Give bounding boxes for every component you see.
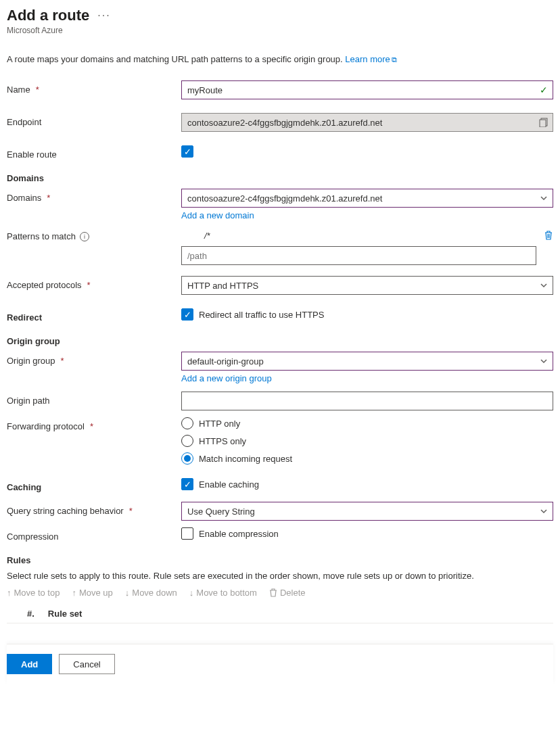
add-origin-link[interactable]: Add a new origin group: [181, 373, 272, 383]
endpoint-label: Endpoint: [7, 113, 181, 127]
rules-desc: Select rule sets to apply to this route.…: [7, 571, 553, 581]
learn-more-link[interactable]: Learn more⧉: [345, 54, 396, 64]
compression-checkbox[interactable]: [181, 527, 193, 540]
arrow-down-icon: ↓: [125, 588, 130, 598]
enable-route-label: Enable route: [7, 145, 181, 160]
protocols-label: Accepted protocols*: [7, 276, 181, 290]
info-icon[interactable]: i: [80, 232, 89, 241]
valid-check-icon: ✓: [540, 85, 548, 95]
redirect-checkbox[interactable]: ✓: [181, 308, 193, 321]
more-icon[interactable]: ···: [97, 9, 110, 22]
origin-group-label: Origin group*: [7, 352, 181, 366]
origin-path-input[interactable]: [181, 392, 553, 410]
rules-heading: Rules: [7, 555, 553, 565]
origin-heading: Origin group: [7, 336, 553, 346]
name-label: Name*: [7, 80, 181, 95]
svg-rect-1: [540, 120, 546, 127]
add-button[interactable]: Add: [7, 654, 52, 674]
name-input[interactable]: [181, 80, 553, 99]
add-domain-link[interactable]: Add a new domain: [181, 210, 254, 220]
trash-icon: [269, 588, 277, 598]
fwd-protocol-label: Forwarding protocol*: [7, 417, 181, 431]
page-subtitle: Microsoft Azure: [7, 26, 553, 35]
redirect-heading: Redirect: [7, 308, 181, 323]
qs-caching-label: Query string caching behavior*: [7, 502, 181, 516]
origin-path-label: Origin path: [7, 392, 181, 406]
endpoint-value: contosoazure2-c4fggsfbgjgmdehk.z01.azure…: [181, 113, 553, 132]
arrow-up-icon: ↑: [72, 588, 76, 598]
rules-table-header: #. Rule set: [7, 605, 553, 623]
origin-group-select[interactable]: [181, 352, 553, 371]
fwd-https-radio[interactable]: HTTPS only: [181, 435, 553, 447]
domains-label: Domains*: [7, 189, 181, 203]
external-link-icon: ⧉: [392, 55, 397, 64]
pattern-input[interactable]: [181, 246, 536, 265]
delete-pattern-icon[interactable]: [544, 230, 553, 241]
compression-cb-label: Enable compression: [199, 529, 279, 539]
intro-body: A route maps your domains and matching U…: [7, 54, 345, 64]
fwd-http-radio[interactable]: HTTP only: [181, 417, 553, 429]
arrow-down-bar-icon: ↓: [189, 588, 194, 598]
arrow-up-bar-icon: ↑: [7, 588, 11, 598]
pattern-value: /*: [204, 231, 210, 241]
fwd-match-radio[interactable]: Match incoming request: [181, 452, 553, 465]
intro-text: A route maps your domains and matching U…: [7, 54, 553, 64]
move-bottom-button[interactable]: ↓Move to bottom: [189, 588, 257, 598]
patterns-label: Patterns to match i: [7, 227, 181, 241]
enable-caching-checkbox[interactable]: ✓: [181, 478, 193, 490]
page-title: Add a route: [7, 7, 89, 24]
rules-toolbar: ↑Move to top ↑Move up ↓Move down ↓Move t…: [7, 588, 553, 598]
move-up-button[interactable]: ↑Move up: [72, 588, 112, 598]
qs-caching-select[interactable]: [181, 502, 553, 521]
domains-select[interactable]: [181, 189, 553, 208]
col-ruleset: Rule set: [48, 609, 83, 619]
protocols-select[interactable]: [181, 276, 553, 295]
enable-route-checkbox[interactable]: ✓: [181, 145, 193, 158]
redirect-label: Redirect all traffic to use HTTPS: [199, 310, 324, 320]
compression-label: Compression: [7, 527, 181, 542]
move-down-button[interactable]: ↓Move down: [125, 588, 177, 598]
col-number: #.: [27, 609, 34, 619]
copy-icon[interactable]: [539, 118, 549, 127]
enable-caching-label: Enable caching: [199, 479, 259, 490]
cancel-button[interactable]: Cancel: [59, 654, 114, 674]
caching-heading: Caching: [7, 478, 181, 492]
move-top-button[interactable]: ↑Move to top: [7, 588, 60, 598]
domains-heading: Domains: [7, 173, 553, 183]
delete-rule-button[interactable]: Delete: [269, 588, 306, 598]
